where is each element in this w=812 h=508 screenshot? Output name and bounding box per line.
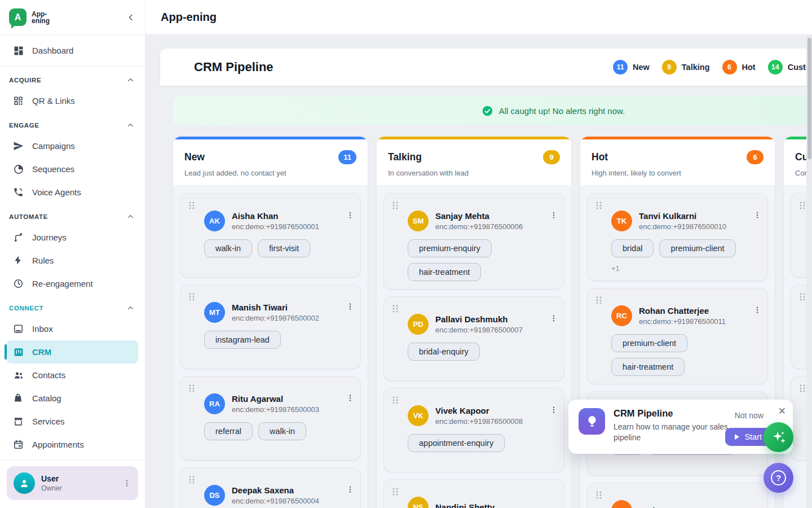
popup-body: Learn how to manage your sales pipeline <box>614 422 729 443</box>
drag-handle-icon[interactable] <box>392 396 399 405</box>
sidebar-item-appointments[interactable]: Appointments <box>7 433 138 456</box>
drag-handle-icon[interactable] <box>799 384 806 393</box>
column-title: New <box>184 151 205 163</box>
drag-handle-icon[interactable] <box>799 292 806 301</box>
section-header-engage[interactable]: ENGAGE <box>0 116 145 134</box>
chevron-left-icon <box>126 12 136 23</box>
lead-card[interactable]: PD Pallavi Deshmukh enc:demo:+9198765000… <box>383 296 564 381</box>
card-menu-button[interactable] <box>753 211 762 221</box>
lead-card[interactable]: RC Rohan Chatterjee enc:demo:+9198765000… <box>587 288 768 384</box>
help-fab[interactable]: ? <box>764 463 793 493</box>
not-now-button[interactable]: Not now <box>735 411 764 420</box>
inbox-icon <box>13 323 24 335</box>
sparkles-icon <box>770 429 787 446</box>
sidebar-item-crm[interactable]: CRM <box>7 340 138 364</box>
lead-card[interactable]: AK Amit Kumar <box>587 483 768 508</box>
more-tags-count: +1 <box>611 264 620 273</box>
vertical-scrollbar[interactable] <box>806 35 812 508</box>
lead-name: Ritu Agarwal <box>232 393 319 404</box>
drag-handle-icon[interactable] <box>188 201 195 210</box>
lead-card[interactable]: NS Nandini Shetty <box>383 479 564 508</box>
sequences-icon <box>13 164 24 175</box>
sidebar-item-campaigns[interactable]: Campaigns <box>7 134 138 157</box>
section-header-acquire[interactable]: ACQUIRE <box>0 71 145 89</box>
column-body: SM Sanjay Mehta enc:demo:+919876500006 p… <box>377 185 571 508</box>
sidebar-item-services[interactable]: Services <box>7 410 138 433</box>
drag-handle-icon[interactable] <box>595 201 602 210</box>
lead-card[interactable]: SM Sanjay Mehta enc:demo:+919876500006 p… <box>383 193 564 290</box>
user-menu-button[interactable] <box>122 479 131 488</box>
chevron-up-icon <box>126 304 135 312</box>
card-menu-button[interactable] <box>753 305 762 316</box>
play-icon <box>735 434 739 440</box>
card-menu-button[interactable] <box>346 485 355 496</box>
scrollbar-thumb[interactable] <box>807 38 811 159</box>
card-menu-button[interactable] <box>346 393 355 404</box>
popup-title: CRM Pipeline <box>614 408 729 419</box>
drag-handle-icon[interactable] <box>595 491 602 500</box>
lightning-icon <box>13 255 24 266</box>
sidebar-item-voice-agents[interactable]: Voice Agents <box>7 181 138 204</box>
lead-name: Pallavi Deshmukh <box>435 314 523 325</box>
drag-handle-icon[interactable] <box>392 487 399 496</box>
drag-handle-icon[interactable] <box>392 201 399 210</box>
drag-handle-icon[interactable] <box>188 292 195 301</box>
lead-card[interactable]: AK Aisha Khan enc:demo:+919876500001 wal… <box>180 193 361 278</box>
sidebar-item-journeys[interactable]: Journeys <box>7 226 138 249</box>
qr-code-icon <box>13 95 24 107</box>
drag-handle-icon[interactable] <box>799 201 806 210</box>
people-icon <box>13 370 24 381</box>
avatar: SM <box>408 211 429 231</box>
user-card[interactable]: User Owner <box>7 466 138 500</box>
avatar: RA <box>204 393 225 414</box>
lead-card[interactable]: TK Tanvi Kulkarni enc:demo:+919876500010… <box>587 193 768 281</box>
drag-handle-icon[interactable] <box>188 475 195 484</box>
close-icon[interactable]: ✕ <box>778 405 786 417</box>
card-menu-button[interactable] <box>346 211 355 221</box>
stat-new: 11 New <box>613 60 650 75</box>
sidebar-item-dashboard[interactable]: Dashboard <box>7 39 138 62</box>
sidebar-item-catalog[interactable]: Catalog <box>7 387 138 410</box>
kebab-icon <box>122 479 131 488</box>
pipeline-header: CRM Pipeline 11 New 9 Talking 6 Hot 14 C… <box>160 49 812 86</box>
tag: appointment-enquiry <box>408 434 505 452</box>
storefront-icon <box>13 416 24 427</box>
tag: bridal-enquiry <box>408 343 480 361</box>
chevron-up-icon <box>126 76 135 84</box>
sidebar-item-rules[interactable]: Rules <box>7 249 138 272</box>
section-header-automate[interactable]: AUTOMATE <box>0 207 145 226</box>
column-subtitle: Lead just added, no contact yet <box>184 169 356 177</box>
stat-count-badge: 11 <box>613 60 628 75</box>
lead-name: Deepak Saxena <box>232 485 319 496</box>
sidebar-item-inbox[interactable]: Inbox <box>7 317 138 340</box>
lead-phone: enc:demo:+919876500008 <box>435 417 523 426</box>
tag: walk-in <box>258 422 306 440</box>
stat-talking: 9 Talking <box>662 60 710 75</box>
sidebar-item-contacts[interactable]: Contacts <box>7 364 138 387</box>
section-header-connect[interactable]: CONNECT <box>0 299 145 317</box>
alert-banner: All caught up! No alerts right now. <box>173 96 812 125</box>
column-title: Hot <box>592 151 608 163</box>
lead-phone: enc:demo:+919876500003 <box>232 405 319 414</box>
sidebar-collapse-button[interactable] <box>126 12 136 23</box>
drag-handle-icon[interactable] <box>392 304 399 313</box>
card-menu-button[interactable] <box>346 302 355 313</box>
person-icon <box>18 477 30 489</box>
lead-card[interactable]: VK Vivek Kapoor enc:demo:+919876500008 a… <box>383 388 564 472</box>
drag-handle-icon[interactable] <box>595 296 602 305</box>
card-menu-button[interactable] <box>549 405 558 416</box>
sidebar-item-sequences[interactable]: Sequences <box>7 157 138 181</box>
kebab-icon <box>549 405 558 414</box>
lead-card[interactable]: DS Deepak Saxena enc:demo:+919876500004 <box>180 467 361 508</box>
sidebar-item-re-engagement[interactable]: Re-engagement <box>7 272 138 295</box>
drag-handle-icon[interactable] <box>188 384 195 393</box>
avatar: DS <box>204 485 225 506</box>
card-menu-button[interactable] <box>549 211 558 221</box>
avatar: RC <box>611 305 632 326</box>
lead-card[interactable]: MT Manish Tiwari enc:demo:+919876500002 … <box>180 284 361 369</box>
sidebar-item-qr-links[interactable]: QR & Links <box>7 89 138 112</box>
lead-card[interactable]: RA Ritu Agarwal enc:demo:+919876500003 r… <box>180 376 361 461</box>
card-menu-button[interactable] <box>549 314 558 325</box>
column-body: TK Tanvi Kulkarni enc:demo:+919876500010… <box>580 185 775 508</box>
ai-assistant-fab[interactable] <box>764 422 793 452</box>
